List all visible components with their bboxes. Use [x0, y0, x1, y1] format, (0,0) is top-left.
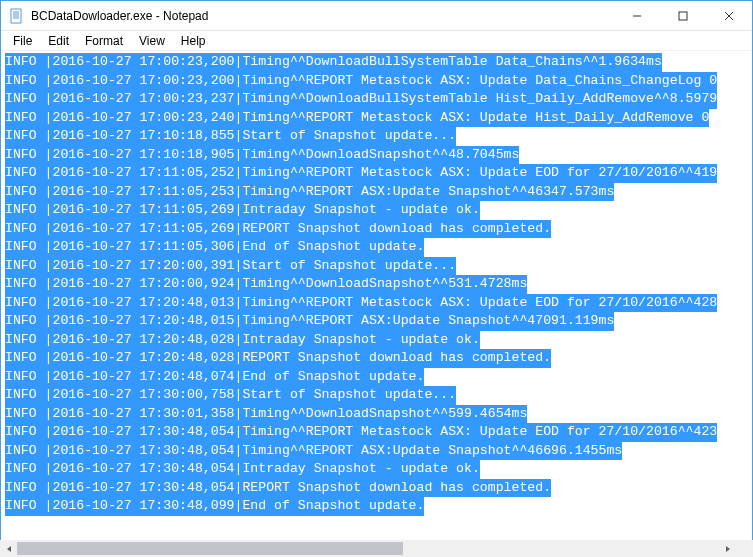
log-line[interactable]: INFO |2016-10-27 17:20:48,015|Timing^^RE… [5, 312, 748, 331]
scroll-thumb[interactable] [17, 542, 403, 555]
log-line[interactable]: INFO |2016-10-27 17:00:23,200|Timing^^Do… [5, 53, 748, 72]
app-icon [9, 8, 25, 24]
log-line[interactable]: INFO |2016-10-27 17:30:48,054|Timing^^RE… [5, 442, 748, 461]
scrollbar-corner [736, 540, 753, 557]
log-line[interactable]: INFO |2016-10-27 17:20:00,924|Timing^^Do… [5, 275, 748, 294]
window-title: BCDataDowloader.exe - Notepad [31, 9, 614, 23]
menubar: File Edit Format View Help [1, 31, 752, 51]
log-line[interactable]: INFO |2016-10-27 17:11:05,253|Timing^^RE… [5, 183, 748, 202]
log-line[interactable]: INFO |2016-10-27 17:00:23,237|Timing^^Do… [5, 90, 748, 109]
log-line[interactable]: INFO |2016-10-27 17:30:48,054|Timing^^RE… [5, 423, 748, 442]
log-line[interactable]: INFO |2016-10-27 17:30:48,054|Intraday S… [5, 460, 748, 479]
menu-format[interactable]: Format [77, 32, 131, 50]
log-line[interactable]: INFO |2016-10-27 17:11:05,269|REPORT Sna… [5, 220, 748, 239]
log-line[interactable]: INFO |2016-10-27 17:20:48,028|REPORT Sna… [5, 349, 748, 368]
horizontal-scrollbar[interactable] [0, 540, 736, 557]
log-line[interactable]: INFO |2016-10-27 17:30:01,358|Timing^^Do… [5, 405, 748, 424]
titlebar[interactable]: BCDataDowloader.exe - Notepad [1, 1, 752, 31]
log-line[interactable]: INFO |2016-10-27 17:00:23,240|Timing^^RE… [5, 109, 748, 128]
log-line[interactable]: INFO |2016-10-27 17:11:05,269|Intraday S… [5, 201, 748, 220]
maximize-button[interactable] [660, 1, 706, 31]
log-line[interactable]: INFO |2016-10-27 17:20:48,028|Intraday S… [5, 331, 748, 350]
svg-marker-9 [7, 546, 11, 552]
scroll-left-button[interactable] [0, 540, 17, 557]
menu-file[interactable]: File [5, 32, 40, 50]
log-line[interactable]: INFO |2016-10-27 17:10:18,905|Timing^^Do… [5, 146, 748, 165]
svg-rect-6 [679, 12, 687, 20]
scroll-track[interactable] [17, 540, 719, 557]
menu-help[interactable]: Help [173, 32, 214, 50]
log-line[interactable]: INFO |2016-10-27 17:20:48,074|End of Sna… [5, 368, 748, 387]
log-line[interactable]: INFO |2016-10-27 17:10:18,855|Start of S… [5, 127, 748, 146]
minimize-button[interactable] [614, 1, 660, 31]
log-line[interactable]: INFO |2016-10-27 17:30:48,099|End of Sna… [5, 497, 748, 516]
editor-viewport: INFO |2016-10-27 17:00:23,200|Timing^^Do… [1, 51, 752, 539]
scroll-right-button[interactable] [719, 540, 736, 557]
close-button[interactable] [706, 1, 752, 31]
editor-text[interactable]: INFO |2016-10-27 17:00:23,200|Timing^^Do… [1, 51, 752, 518]
log-line[interactable]: INFO |2016-10-27 17:11:05,252|Timing^^RE… [5, 164, 748, 183]
log-line[interactable]: INFO |2016-10-27 17:30:00,758|Start of S… [5, 386, 748, 405]
log-line[interactable]: INFO |2016-10-27 17:00:23,200|Timing^^RE… [5, 72, 748, 91]
log-line[interactable]: INFO |2016-10-27 17:11:05,306|End of Sna… [5, 238, 748, 257]
log-line[interactable]: INFO |2016-10-27 17:20:00,391|Start of S… [5, 257, 748, 276]
log-line[interactable]: INFO |2016-10-27 17:30:48,054|REPORT Sna… [5, 479, 748, 498]
svg-marker-10 [726, 546, 730, 552]
menu-edit[interactable]: Edit [40, 32, 77, 50]
menu-view[interactable]: View [131, 32, 173, 50]
log-line[interactable]: INFO |2016-10-27 17:20:48,013|Timing^^RE… [5, 294, 748, 313]
